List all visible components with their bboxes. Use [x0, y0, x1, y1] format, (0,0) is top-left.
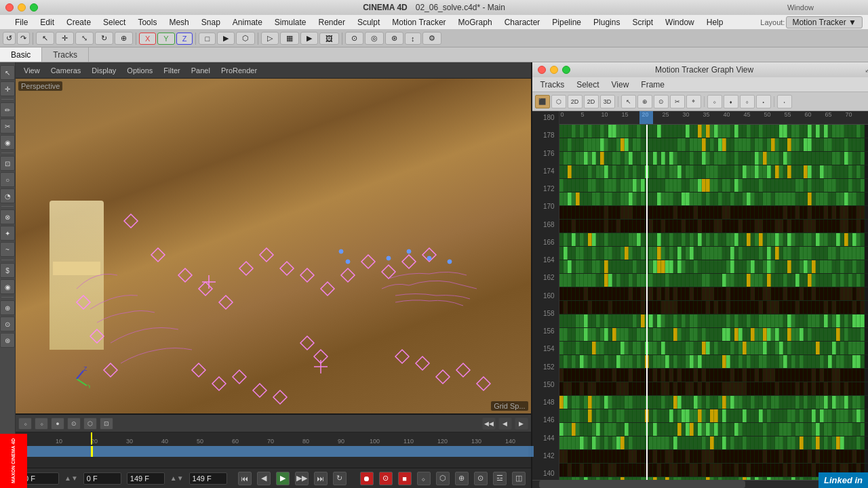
mt-btn-1[interactable]: ⬛: [535, 95, 550, 108]
transport-key1[interactable]: ⬦: [417, 472, 431, 485]
tl-more1[interactable]: ⬡: [83, 418, 97, 430]
mt-menu-tracks[interactable]: Tracks: [535, 79, 570, 91]
start-frame-field[interactable]: [83, 472, 121, 485]
mt-btn-4[interactable]: 2D: [584, 95, 599, 108]
mt-btn-14[interactable]: ⬩: [756, 95, 771, 108]
menu-mograph[interactable]: MoGraph: [453, 16, 498, 28]
lt-spline[interactable]: ~: [0, 242, 15, 257]
transport-key4[interactable]: ⊙: [474, 472, 488, 485]
mt-btn-7[interactable]: ⊕: [637, 95, 652, 108]
render-region[interactable]: ▦: [280, 32, 299, 45]
tool-char[interactable]: ⊛: [385, 32, 403, 45]
axis-z[interactable]: Z: [176, 33, 193, 45]
transport-end[interactable]: ⏭: [314, 472, 328, 485]
menu-script[interactable]: Script: [627, 16, 658, 28]
menu-motion-tracker[interactable]: Motion Tracker: [387, 16, 451, 28]
snapping-enable[interactable]: ⊙: [345, 32, 363, 45]
redo-button[interactable]: ↷: [17, 32, 30, 45]
mt-btn-8[interactable]: ⊙: [654, 95, 669, 108]
vt-view[interactable]: View: [20, 66, 44, 75]
lt-camera[interactable]: ⊗: [0, 209, 15, 224]
tl-auto-key[interactable]: ●: [51, 418, 64, 430]
render-view[interactable]: ▷: [261, 32, 279, 45]
lt-select-tool[interactable]: ↖: [0, 65, 15, 80]
layout-selector[interactable]: Motion Tracker ▼: [786, 16, 863, 28]
mt-scrollbar-thumb[interactable]: [539, 481, 746, 488]
vt-display[interactable]: Display: [87, 66, 120, 75]
lt-extra3[interactable]: ⊛: [0, 333, 15, 348]
polygon-mode[interactable]: ▶: [217, 32, 235, 45]
menu-select[interactable]: Select: [98, 16, 131, 28]
menu-sculpt[interactable]: Sculpt: [352, 16, 385, 28]
tab-basic[interactable]: Basic: [0, 47, 42, 62]
lt-deform[interactable]: ⊡: [0, 156, 15, 171]
object-mode[interactable]: □: [199, 33, 216, 45]
tool-move-extra[interactable]: ↕: [405, 33, 421, 45]
mt-btn-5[interactable]: 3D: [600, 95, 615, 108]
lt-extra2[interactable]: ⊙: [0, 317, 15, 331]
menu-snap[interactable]: Snap: [196, 16, 226, 28]
lt-dollar[interactable]: $: [0, 263, 15, 278]
lt-knife[interactable]: ✂: [0, 119, 15, 134]
graph-area[interactable]: 0 5 10 15 20 25 30 35 40 45 50 55 60 65: [559, 111, 868, 480]
mt-scrollbar[interactable]: [532, 480, 868, 488]
mt-btn-3[interactable]: 2D: [568, 95, 583, 108]
mt-maximize-button[interactable]: [562, 66, 570, 74]
viewport[interactable]: Y Z Perspective Grid Sp...: [16, 79, 531, 413]
transport-rewind[interactable]: ⏮: [238, 472, 252, 485]
transport-loop[interactable]: ↻: [333, 472, 347, 485]
undo-button[interactable]: ↺: [3, 32, 16, 45]
mt-btn-10[interactable]: ⌖: [686, 95, 701, 108]
vt-filter[interactable]: Filter: [159, 66, 184, 75]
tl-key-sel[interactable]: ⬦: [35, 418, 48, 430]
end-frame-field[interactable]: [127, 472, 165, 485]
tl-play-backward[interactable]: ◀: [498, 418, 512, 430]
menu-pipeline[interactable]: Pipeline: [547, 16, 587, 28]
tool-settings[interactable]: ⚙: [422, 32, 441, 45]
lt-extra1[interactable]: ⊕: [0, 300, 15, 315]
mt-btn-11[interactable]: ⬦: [707, 95, 722, 108]
tl-prev-frame[interactable]: ◀◀: [482, 418, 496, 430]
vt-panel[interactable]: Panel: [187, 66, 214, 75]
transport-record2[interactable]: ⊙: [379, 472, 393, 485]
transport-key3[interactable]: ⊕: [455, 472, 469, 485]
transport-stop[interactable]: ■: [398, 472, 412, 485]
mode-scale[interactable]: ⤡: [75, 32, 94, 45]
mt-minimize-button[interactable]: [550, 66, 558, 74]
transport-record[interactable]: ⏺: [360, 472, 374, 485]
menu-render[interactable]: Render: [313, 16, 351, 28]
tl-key-all[interactable]: ⬦: [18, 418, 32, 430]
menu-simulate[interactable]: Simulate: [269, 16, 312, 28]
mode-transform[interactable]: ⊕: [115, 32, 133, 45]
close-button[interactable]: [5, 3, 14, 12]
edge-mode[interactable]: ⬡: [236, 32, 255, 45]
transport-extra2[interactable]: ◫: [512, 472, 526, 485]
mt-btn-9[interactable]: ✂: [670, 95, 685, 108]
mt-btn-15[interactable]: ⬪: [777, 95, 792, 108]
maximize-button[interactable]: [30, 3, 38, 12]
transport-extra1[interactable]: ☲: [493, 472, 507, 485]
mode-select[interactable]: ↖: [36, 32, 54, 45]
mt-close-button[interactable]: [538, 66, 546, 74]
tl-more2[interactable]: ⊡: [100, 418, 113, 430]
mt-menu-select[interactable]: Select: [571, 79, 604, 91]
tl-record[interactable]: ⊙: [67, 418, 81, 430]
lt-move-tool[interactable]: ✛: [0, 81, 15, 96]
mode-move[interactable]: ✛: [56, 32, 74, 45]
timeline-track[interactable]: [18, 446, 528, 457]
menu-animate[interactable]: Animate: [227, 16, 268, 28]
mt-menu-view[interactable]: View: [606, 79, 635, 91]
menu-edit[interactable]: Edit: [35, 16, 60, 28]
mt-btn-6[interactable]: ↖: [621, 95, 636, 108]
lt-loop[interactable]: ◉: [0, 135, 15, 150]
minimize-button[interactable]: [18, 3, 26, 12]
vt-cameras[interactable]: Cameras: [47, 66, 85, 75]
lt-dynamics[interactable]: ◉: [0, 279, 15, 294]
lt-poly-pen[interactable]: ✏: [0, 102, 15, 117]
mt-btn-2[interactable]: ⬡: [551, 95, 566, 108]
lt-light[interactable]: ✦: [0, 226, 15, 241]
axis-y[interactable]: Y: [157, 33, 174, 45]
transport-key2[interactable]: ⬡: [436, 472, 450, 485]
menu-tools[interactable]: Tools: [132, 16, 162, 28]
axis-x[interactable]: X: [139, 33, 156, 45]
